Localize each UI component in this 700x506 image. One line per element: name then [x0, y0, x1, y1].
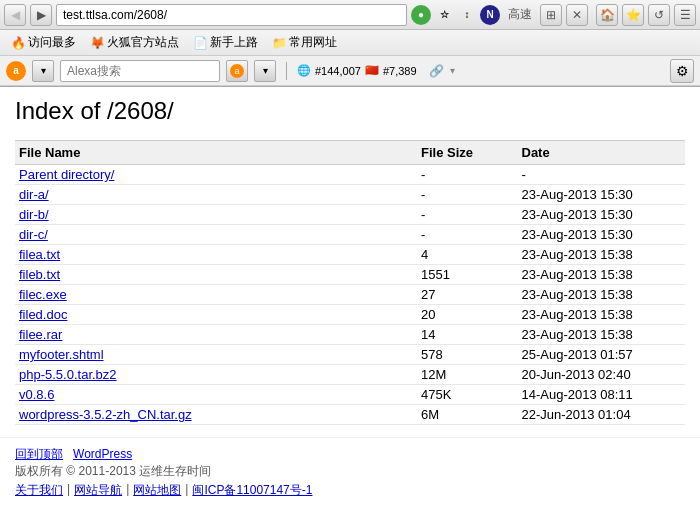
table-row: wordpress-3.5.2-zh_CN.tar.gz6M22-Jun-201…	[15, 405, 685, 425]
browser-chrome: ◀ ▶ test.ttlsa.com/2608/ ● ☆ ↕ N 高速 ⊞ ✕ …	[0, 0, 700, 87]
bookmark-newuser-label: 新手上路	[210, 34, 258, 51]
fire-icon: 🔥	[11, 36, 26, 50]
file-name-cell: dir-a/	[15, 185, 417, 205]
bookmark-common-label: 常用网址	[289, 34, 337, 51]
nav-link[interactable]: 网站导航	[74, 482, 122, 499]
separator	[286, 62, 287, 80]
file-size-cell: 1551	[417, 265, 518, 285]
file-date-cell: 23-Aug-2013 15:38	[518, 245, 686, 265]
alexa-search-icon: a	[230, 64, 244, 78]
file-name-cell: v0.8.6	[15, 385, 417, 405]
wordpress-link[interactable]: WordPress	[73, 447, 132, 461]
table-header-row: File Name File Size Date	[15, 141, 685, 165]
table-row: filed.doc2023-Aug-2013 15:38	[15, 305, 685, 325]
file-name-cell: filed.doc	[15, 305, 417, 325]
file-size-cell: 4	[417, 245, 518, 265]
file-date-cell: 23-Aug-2013 15:38	[518, 305, 686, 325]
file-date-cell: 23-Aug-2013 15:38	[518, 285, 686, 305]
sep1: |	[67, 482, 70, 499]
bookmark-firefox[interactable]: 🦊 火狐官方站点	[85, 32, 184, 53]
page-footer: 回到顶部 WordPress 版权所有 © 2011-2013 运维生存时间 关…	[0, 437, 700, 506]
col-header-date: Date	[518, 141, 686, 165]
file-link[interactable]: dir-b/	[19, 207, 49, 222]
alexa-search-btn[interactable]: a	[226, 60, 248, 82]
nav-bar: ◀ ▶ test.ttlsa.com/2608/ ● ☆ ↕ N 高速 ⊞ ✕ …	[0, 0, 700, 30]
file-list: Parent directory/--dir-a/-23-Aug-2013 15…	[15, 165, 685, 425]
file-link[interactable]: dir-c/	[19, 227, 48, 242]
col-header-name: File Name	[15, 141, 417, 165]
bookmark-star-icon[interactable]: ⭐	[622, 4, 644, 26]
file-name-cell: dir-c/	[15, 225, 417, 245]
col-header-size: File Size	[417, 141, 518, 165]
copyright-text: 版权所有 © 2011-2013 运维生存时间	[15, 463, 685, 480]
alexa-link-icon[interactable]: 🔗	[429, 64, 444, 78]
page-title: Index of /2608/	[15, 97, 685, 125]
file-link[interactable]: v0.8.6	[19, 387, 54, 402]
menu-icon[interactable]: ☰	[674, 4, 696, 26]
back-to-top-link[interactable]: 回到顶部	[15, 447, 63, 461]
file-table: File Name File Size Date Parent director…	[15, 140, 685, 425]
file-link[interactable]: filec.exe	[19, 287, 67, 302]
fox-icon: 🦊	[90, 36, 105, 50]
home-icon[interactable]: 🏠	[596, 4, 618, 26]
file-link[interactable]: fileb.txt	[19, 267, 60, 282]
page-content: Index of /2608/ File Name File Size Date…	[0, 87, 700, 437]
file-name-cell: filee.rar	[15, 325, 417, 345]
sep2: |	[126, 482, 129, 499]
star-icon[interactable]: ☆	[434, 5, 454, 25]
n-icon[interactable]: N	[480, 5, 500, 25]
bookmark-newuser[interactable]: 📄 新手上路	[188, 32, 263, 53]
file-date-cell: 22-Jun-2013 01:04	[518, 405, 686, 425]
forward-button[interactable]: ▶	[30, 4, 52, 26]
table-row: dir-a/-23-Aug-2013 15:30	[15, 185, 685, 205]
bookmark-visited[interactable]: 🔥 访问最多	[6, 32, 81, 53]
file-link[interactable]: filea.txt	[19, 247, 60, 262]
file-link[interactable]: myfooter.shtml	[19, 347, 104, 362]
alexa-search-input[interactable]	[60, 60, 220, 82]
alexa-dropdown-arrow[interactable]: ▾	[450, 65, 455, 76]
file-size-cell: 6M	[417, 405, 518, 425]
alexa-dropdown-btn2[interactable]: ▾	[254, 60, 276, 82]
file-date-cell: 23-Aug-2013 15:30	[518, 205, 686, 225]
file-link[interactable]: dir-a/	[19, 187, 49, 202]
file-name-cell: fileb.txt	[15, 265, 417, 285]
file-size-cell: -	[417, 165, 518, 185]
go-button[interactable]: ●	[411, 5, 431, 25]
icp-link[interactable]: 闽ICP备11007147号-1	[192, 482, 312, 499]
back-button[interactable]: ◀	[4, 4, 26, 26]
file-date-cell: 20-Jun-2013 02:40	[518, 365, 686, 385]
about-link[interactable]: 关于我们	[15, 482, 63, 499]
table-row: dir-b/-23-Aug-2013 15:30	[15, 205, 685, 225]
sitemap-link[interactable]: 网站地图	[133, 482, 181, 499]
file-link[interactable]: wordpress-3.5.2-zh_CN.tar.gz	[19, 407, 192, 422]
sort-icon[interactable]: ↕	[457, 5, 477, 25]
file-size-cell: -	[417, 185, 518, 205]
file-date-cell: 23-Aug-2013 15:30	[518, 225, 686, 245]
file-link[interactable]: filed.doc	[19, 307, 67, 322]
grid-icon[interactable]: ⊞	[540, 4, 562, 26]
folder-icon: 📁	[272, 36, 287, 50]
file-date-cell: 23-Aug-2013 15:38	[518, 265, 686, 285]
bookmark-common[interactable]: 📁 常用网址	[267, 32, 342, 53]
table-row: dir-c/-23-Aug-2013 15:30	[15, 225, 685, 245]
alexa-logo: a	[6, 61, 26, 81]
file-link[interactable]: filee.rar	[19, 327, 62, 342]
file-link[interactable]: php-5.5.0.tar.bz2	[19, 367, 117, 382]
footer-top-links: 回到顶部 WordPress	[15, 446, 685, 463]
nav-icons: ● ☆ ↕ N	[411, 5, 500, 25]
file-date-cell: 14-Aug-2013 08:11	[518, 385, 686, 405]
file-size-cell: 14	[417, 325, 518, 345]
refresh-icon[interactable]: ↺	[648, 4, 670, 26]
file-size-cell: 475K	[417, 385, 518, 405]
file-name-cell: wordpress-3.5.2-zh_CN.tar.gz	[15, 405, 417, 425]
gear-icon[interactable]: ⚙	[670, 59, 694, 83]
file-date-cell: -	[518, 165, 686, 185]
file-link[interactable]: Parent directory/	[19, 167, 114, 182]
sep3: |	[185, 482, 188, 499]
table-row: filec.exe2723-Aug-2013 15:38	[15, 285, 685, 305]
file-name-cell: Parent directory/	[15, 165, 417, 185]
address-bar[interactable]: test.ttlsa.com/2608/	[56, 4, 407, 26]
table-row: v0.8.6475K14-Aug-2013 08:11	[15, 385, 685, 405]
alexa-dropdown-btn[interactable]: ▾	[32, 60, 54, 82]
close-icon[interactable]: ✕	[566, 4, 588, 26]
